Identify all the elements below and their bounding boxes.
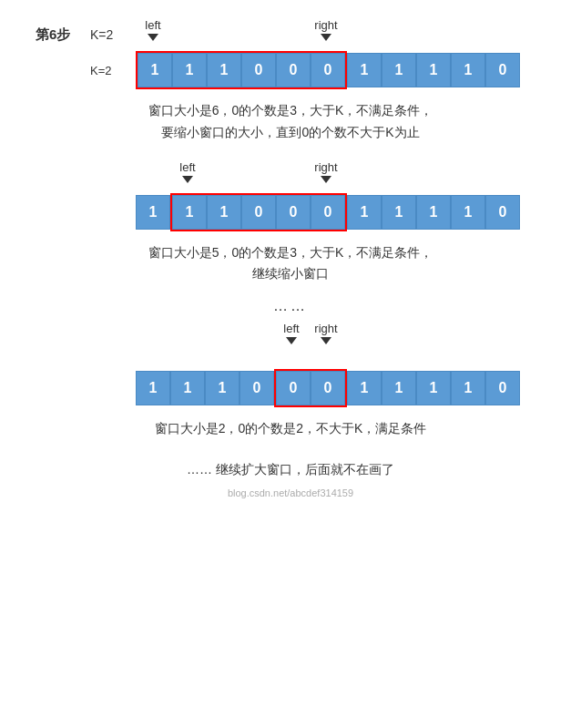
description-1: 窗口大小是6，0的个数是3，大于K，不满足条件，要缩小窗口的大小，直到0的个数不… <box>148 100 433 144</box>
left-pointer-2: left <box>170 160 205 183</box>
watermark: blog.csdn.net/abcdef314159 <box>0 487 581 498</box>
cell-1-4: 0 <box>276 53 311 87</box>
left-pointer-1: left <box>136 18 170 41</box>
cell-1-7: 1 <box>382 53 416 87</box>
cell-1-0: 1 <box>138 53 172 87</box>
right-pointer-2: right <box>309 160 343 183</box>
section-3: left right 1 1 1 0 0 0 <box>0 322 581 440</box>
array-3: 1 1 1 0 0 0 1 1 1 1 0 <box>136 369 520 407</box>
cell-2-2: 1 <box>207 195 241 230</box>
cell-2-10: 0 <box>485 195 520 230</box>
right-pointer-3: right <box>309 322 343 344</box>
description-3: 窗口大小是2，0的个数是2，不大于K，满足条件 <box>155 418 427 440</box>
array-2: 1 1 1 0 0 0 1 1 1 1 0 <box>136 193 520 231</box>
section-1: 第6步 K=2 left right <box>0 18 581 144</box>
pointer-row-3: left right <box>136 322 516 369</box>
left-pointer-3: left <box>274 322 309 344</box>
cell-1-5: 0 <box>311 53 345 87</box>
cell-2-1: 1 <box>172 195 207 230</box>
window-1: 1 1 1 0 0 0 <box>136 51 347 89</box>
cell-3-10: 0 <box>485 371 520 405</box>
cell-2-4: 0 <box>276 195 311 230</box>
cell-2-8: 1 <box>416 195 451 230</box>
cell-2-0: 1 <box>136 195 170 230</box>
cell-1-3: 0 <box>241 53 276 87</box>
cell-2-3: 0 <box>241 195 276 230</box>
cell-1-6: 1 <box>347 53 382 87</box>
description-2: 窗口大小是5，0的个数是3，大于K，不满足条件，继续缩小窗口 <box>148 242 433 286</box>
cell-2-6: 1 <box>347 195 382 230</box>
cell-3-4: 0 <box>276 371 311 405</box>
cell-1-10: 0 <box>485 53 520 87</box>
cell-2-9: 1 <box>451 195 485 230</box>
bottom-text: …… 继续扩大窗口，后面就不在画了 <box>0 458 581 482</box>
window-2: 1 1 0 0 0 <box>170 193 347 231</box>
cell-2-5: 0 <box>311 195 345 230</box>
k-label-1: K=2 <box>90 27 136 42</box>
array-1: 1 1 1 0 0 0 1 1 1 1 0 <box>136 51 520 89</box>
window-3: 0 0 <box>274 369 347 407</box>
cell-3-7: 1 <box>382 371 416 405</box>
right-pointer-1: right <box>309 18 343 41</box>
cell-3-0: 1 <box>136 371 170 405</box>
cell-3-9: 1 <box>451 371 485 405</box>
cell-1-1: 1 <box>172 53 207 87</box>
cell-3-3: 0 <box>240 371 274 405</box>
k-label-1b: K=2 <box>90 64 136 77</box>
cell-3-2: 1 <box>205 371 240 405</box>
cell-3-8: 1 <box>416 371 451 405</box>
cell-3-5: 0 <box>311 371 345 405</box>
cell-3-6: 1 <box>347 371 382 405</box>
cell-1-9: 1 <box>451 53 485 87</box>
cell-1-8: 1 <box>416 53 451 87</box>
section-2: left right 1 1 1 0 0 0 <box>0 160 581 286</box>
cell-3-1: 1 <box>170 371 205 405</box>
cell-1-2: 1 <box>207 53 241 87</box>
cell-2-7: 1 <box>382 195 416 230</box>
pointer-row-2: left right <box>136 160 516 193</box>
pointer-row-3-container: left right <box>36 322 545 369</box>
step-label-1: 第6步 <box>36 26 90 44</box>
pointer-row-1: left right <box>136 18 516 51</box>
dots-separator: …… <box>0 298 581 314</box>
